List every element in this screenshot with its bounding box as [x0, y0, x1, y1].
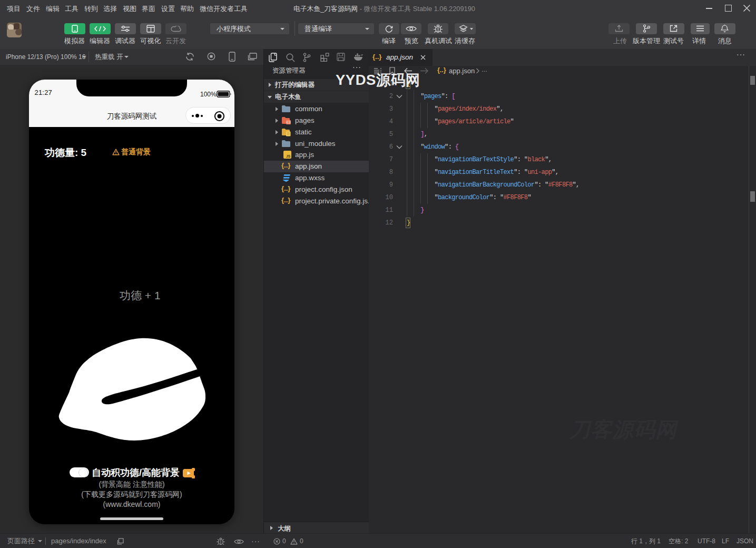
svg-text:JS: JS [286, 154, 291, 158]
